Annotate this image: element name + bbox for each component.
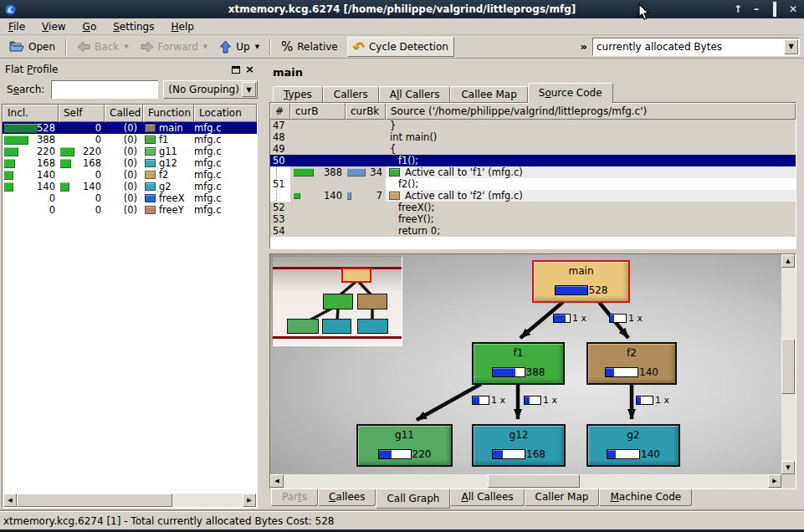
shade-button[interactable]: ↑ — [732, 3, 744, 15]
graph-node-f1[interactable]: f1 388 — [472, 342, 565, 385]
table-row-freeY[interactable]: 0 0 (0) freeY mfg.c — [3, 204, 257, 216]
source-line[interactable]: 52 freeX(); — [270, 202, 796, 213]
column-header-line[interactable]: # — [270, 103, 290, 120]
scroll-left-icon[interactable]: ◀ — [3, 494, 17, 507]
back-dropdown-arrow[interactable]: ▼ — [124, 43, 128, 50]
up-button[interactable]: Up ▼ — [213, 37, 265, 57]
graph-node-main[interactable]: main 528 — [532, 260, 630, 303]
dock-float-icon[interactable] — [232, 66, 240, 74]
source-line[interactable]: 53 freeY(); — [270, 213, 796, 225]
flat-profile-header: Incl. Self Called Function Location — [3, 105, 257, 122]
edge-label-main-f2[interactable]: 1 x — [609, 313, 643, 324]
scroll-down-icon[interactable]: ▼ — [781, 461, 795, 474]
edge-cost-bar — [636, 396, 653, 405]
maximize-button[interactable] — [769, 3, 781, 15]
scroll-up-icon[interactable]: ▲ — [781, 254, 795, 268]
column-header-function[interactable]: Function — [143, 105, 194, 122]
close-button[interactable]: ✕ — [787, 3, 799, 15]
table-row-main[interactable]: 528 0 (0) main mfg.c — [3, 122, 257, 134]
open-button[interactable]: Open — [3, 37, 61, 57]
status-bar: xtmemory.kcg.6274 [1] - Total currently … — [0, 511, 804, 529]
column-header-location[interactable]: Location — [194, 105, 257, 122]
graph-vscrollbar[interactable]: ▲ ▼ — [781, 254, 796, 474]
tab-types[interactable]: Types — [273, 86, 323, 103]
panel-splitter[interactable] — [258, 60, 266, 510]
tab-callers[interactable]: Callers — [323, 86, 379, 103]
forward-button[interactable]: Forward ▼ — [135, 37, 214, 57]
menu-file[interactable]: File — [0, 19, 33, 34]
toolbar: Open Back ▼ Forward ▼ Up ▼ % Relative ↶ … — [0, 35, 804, 59]
grouping-combobox[interactable]: (No Grouping) ▼ — [163, 80, 258, 99]
scroll-right-icon[interactable]: ▶ — [243, 494, 256, 507]
column-header-self[interactable]: Self — [59, 105, 105, 122]
cost-bar — [378, 449, 412, 459]
graph-node-g11[interactable]: g11 220 — [356, 424, 453, 467]
scrollbar-thumb[interactable] — [488, 474, 580, 488]
minimize-button[interactable]: – — [750, 3, 762, 15]
tab-call-graph[interactable]: Call Graph — [376, 489, 450, 509]
search-input[interactable] — [51, 80, 158, 99]
table-row-f2[interactable]: 140 0 (0) f2 mfg.c — [3, 169, 257, 181]
toolbar-overflow-chevron[interactable]: » — [576, 40, 592, 53]
table-row-g11[interactable]: 220 220 (0) g11 mfg.c — [3, 146, 257, 157]
tab-all-callees[interactable]: All Callees — [450, 489, 524, 506]
cycle-detection-button[interactable]: ↶ Cycle Detection — [347, 37, 454, 57]
tab-callees[interactable]: Callees — [318, 489, 376, 506]
source-call-annotation[interactable]: 388 34 Active call to 'f1' (mfg.c) — [270, 166, 796, 178]
column-header-incl[interactable]: Incl. — [3, 105, 59, 122]
graph-node-f2[interactable]: f2 140 — [586, 342, 677, 385]
column-header-source[interactable]: Source ('/home/philippe/valgrind/littlep… — [386, 103, 796, 120]
menu-settings[interactable]: Settings — [105, 19, 162, 34]
table-row-g2[interactable]: 140 140 (0) g2 mfg.c — [3, 181, 257, 192]
source-line-selected[interactable]: 50 f1(); — [270, 155, 796, 166]
scroll-right-icon[interactable]: ▶ — [768, 474, 781, 488]
column-header-curb[interactable]: curB — [290, 103, 346, 120]
percent-icon: % — [281, 39, 293, 54]
tab-caller-map[interactable]: Caller Map — [525, 489, 600, 506]
tab-source-code[interactable]: Source Code — [528, 83, 613, 103]
table-row-freeX[interactable]: 0 0 (0) freeX mfg.c — [3, 192, 257, 204]
tab-parts[interactable]: Parts — [271, 489, 318, 506]
toolbar-separator — [269, 38, 271, 55]
edge-label-f1-g12[interactable]: 1 x — [524, 395, 557, 406]
flat-profile-hscrollbar[interactable]: ◀ ▶ — [3, 494, 256, 507]
relative-button[interactable]: % Relative — [275, 37, 344, 57]
graph-node-g12[interactable]: g12 168 — [472, 424, 566, 467]
source-line[interactable]: 54 return 0; — [270, 225, 796, 237]
forward-dropdown-arrow[interactable]: ▼ — [203, 43, 207, 50]
source-line[interactable]: 47 } — [270, 120, 796, 131]
source-line[interactable]: 49 { — [270, 143, 796, 155]
source-line[interactable]: 51 f2(); — [270, 178, 796, 190]
graph-hscrollbar[interactable]: ◀ ▶ — [270, 474, 781, 489]
scrollbar-thumb[interactable] — [17, 494, 172, 507]
menu-help[interactable]: Help — [162, 19, 202, 34]
tab-callee-map[interactable]: Callee Map — [450, 86, 527, 103]
scrollbar-thumb[interactable] — [781, 339, 795, 394]
scroll-left-icon[interactable]: ◀ — [270, 474, 284, 488]
grouping-dropdown-arrow[interactable]: ▼ — [242, 82, 256, 97]
source-call-annotation[interactable]: 140 7 Active call to 'f2' (mfg.c) — [270, 190, 796, 202]
menu-view[interactable]: View — [33, 19, 74, 34]
flat-profile-dock-header: Flat Profile × — [2, 62, 258, 77]
source-code-view: # curB curBk Source ('/home/philippe/val… — [269, 102, 796, 249]
event-type-combobox[interactable]: currently allocated Bytes ▼ — [592, 38, 800, 56]
detail-tabs: Types Callers All Callers Callee Map Sou… — [273, 82, 613, 103]
edge-label-f1-g11[interactable]: 1 x — [472, 395, 505, 406]
tab-all-callers[interactable]: All Callers — [379, 86, 451, 103]
menu-go[interactable]: Go — [74, 19, 105, 34]
column-header-curbk[interactable]: curBk — [346, 103, 386, 120]
dock-close-icon[interactable]: × — [245, 65, 254, 74]
edge-label-f2-g2[interactable]: 1 x — [636, 395, 669, 406]
event-type-dropdown-arrow[interactable]: ▼ — [784, 39, 798, 54]
graph-node-g2[interactable]: g2 140 — [586, 424, 680, 467]
table-row-f1[interactable]: 388 0 (0) f1 mfg.c — [3, 134, 257, 146]
source-line[interactable]: 48 int main() — [270, 131, 796, 143]
call-graph-canvas[interactable]: main 528 f1 388 f2 140 g11 220 g12 168 g… — [270, 254, 781, 474]
back-button[interactable]: Back ▼ — [71, 37, 135, 57]
column-header-called[interactable]: Called — [105, 105, 143, 122]
incl-bar — [4, 171, 13, 180]
tab-machine-code[interactable]: Machine Code — [599, 489, 692, 506]
up-dropdown-arrow[interactable]: ▼ — [255, 43, 259, 50]
table-row-g12[interactable]: 168 168 (0) g12 mfg.c — [3, 157, 257, 169]
edge-label-main-f1[interactable]: 1 x — [553, 313, 586, 324]
